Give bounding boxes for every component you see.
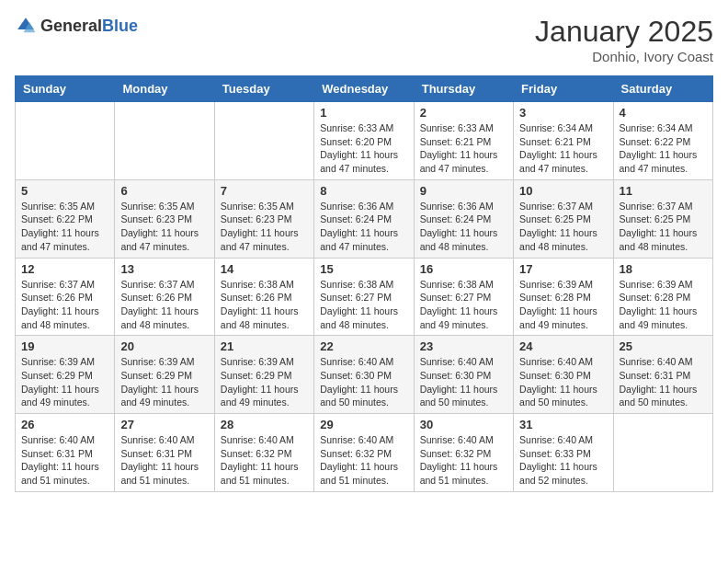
page-header: GeneralBlue January 2025 Donhio, Ivory C… <box>15 15 713 64</box>
day-info: Sunrise: 6:37 AMSunset: 6:25 PMDaylight:… <box>519 200 607 254</box>
day-info: Sunrise: 6:37 AMSunset: 6:26 PMDaylight:… <box>120 278 208 332</box>
weekday-header-cell: Monday <box>115 76 214 102</box>
day-number: 14 <box>221 262 308 276</box>
calendar-day-cell: 5Sunrise: 6:35 AMSunset: 6:22 PMDaylight… <box>16 179 115 258</box>
day-number: 25 <box>620 339 707 353</box>
day-info: Sunrise: 6:38 AMSunset: 6:27 PMDaylight:… <box>420 278 507 332</box>
day-number: 11 <box>620 184 707 198</box>
day-info: Sunrise: 6:40 AMSunset: 6:31 PMDaylight:… <box>120 433 208 488</box>
calendar-day-cell: 8Sunrise: 6:36 AMSunset: 6:24 PMDaylight… <box>314 179 414 258</box>
day-number: 18 <box>620 262 707 276</box>
day-number: 4 <box>620 106 707 120</box>
day-number: 16 <box>420 262 507 276</box>
day-number: 29 <box>320 418 407 431</box>
day-info: Sunrise: 6:36 AMSunset: 6:24 PMDaylight:… <box>320 200 407 254</box>
calendar-day-cell: 9Sunrise: 6:36 AMSunset: 6:24 PMDaylight… <box>414 179 513 258</box>
day-number: 8 <box>320 184 407 198</box>
day-info: Sunrise: 6:39 AMSunset: 6:29 PMDaylight:… <box>120 355 208 409</box>
calendar-day-cell: 7Sunrise: 6:35 AMSunset: 6:23 PMDaylight… <box>214 179 313 258</box>
day-info: Sunrise: 6:35 AMSunset: 6:23 PMDaylight:… <box>120 200 208 254</box>
day-number: 13 <box>120 262 208 276</box>
logo-general: General <box>40 17 102 35</box>
calendar-day-cell: 31Sunrise: 6:40 AMSunset: 6:33 PMDayligh… <box>514 414 613 492</box>
day-number: 12 <box>21 262 108 276</box>
month-title: January 2025 <box>535 15 713 49</box>
day-info: Sunrise: 6:39 AMSunset: 6:28 PMDaylight:… <box>519 278 607 332</box>
day-info: Sunrise: 6:35 AMSunset: 6:23 PMDaylight:… <box>221 200 308 254</box>
weekday-header-cell: Tuesday <box>214 76 313 102</box>
calendar-day-cell: 24Sunrise: 6:40 AMSunset: 6:30 PMDayligh… <box>514 336 613 414</box>
calendar-day-cell: 16Sunrise: 6:38 AMSunset: 6:27 PMDayligh… <box>414 258 513 336</box>
day-number: 19 <box>21 339 108 353</box>
day-info: Sunrise: 6:36 AMSunset: 6:24 PMDaylight:… <box>420 200 507 254</box>
calendar-day-cell: 2Sunrise: 6:33 AMSunset: 6:21 PMDaylight… <box>414 102 513 180</box>
day-info: Sunrise: 6:34 AMSunset: 6:21 PMDaylight:… <box>519 121 607 176</box>
calendar-week-row: 19Sunrise: 6:39 AMSunset: 6:29 PMDayligh… <box>16 336 713 414</box>
calendar-week-row: 26Sunrise: 6:40 AMSunset: 6:31 PMDayligh… <box>16 414 713 492</box>
day-info: Sunrise: 6:37 AMSunset: 6:26 PMDaylight:… <box>21 278 108 332</box>
calendar-day-cell: 27Sunrise: 6:40 AMSunset: 6:31 PMDayligh… <box>115 414 214 492</box>
day-info: Sunrise: 6:40 AMSunset: 6:30 PMDaylight:… <box>519 355 607 409</box>
weekday-header-row: SundayMondayTuesdayWednesdayThursdayFrid… <box>16 76 713 102</box>
calendar-day-cell: 30Sunrise: 6:40 AMSunset: 6:32 PMDayligh… <box>414 414 513 492</box>
day-number: 3 <box>519 106 607 120</box>
calendar-day-cell <box>16 102 115 180</box>
day-info: Sunrise: 6:40 AMSunset: 6:32 PMDaylight:… <box>420 433 507 488</box>
calendar-day-cell: 12Sunrise: 6:37 AMSunset: 6:26 PMDayligh… <box>16 258 115 336</box>
weekday-header-cell: Saturday <box>613 76 712 102</box>
calendar-table: SundayMondayTuesdayWednesdayThursdayFrid… <box>15 75 713 492</box>
logo: GeneralBlue <box>15 15 138 37</box>
logo-blue: Blue <box>102 17 138 35</box>
day-info: Sunrise: 6:33 AMSunset: 6:20 PMDaylight:… <box>320 121 407 176</box>
calendar-day-cell: 19Sunrise: 6:39 AMSunset: 6:29 PMDayligh… <box>16 336 115 414</box>
calendar-day-cell: 20Sunrise: 6:39 AMSunset: 6:29 PMDayligh… <box>115 336 214 414</box>
calendar-week-row: 1Sunrise: 6:33 AMSunset: 6:20 PMDaylight… <box>16 102 713 180</box>
day-number: 30 <box>420 418 507 431</box>
weekday-header-cell: Wednesday <box>314 76 414 102</box>
day-number: 10 <box>519 184 607 198</box>
calendar-day-cell: 21Sunrise: 6:39 AMSunset: 6:29 PMDayligh… <box>214 336 313 414</box>
location-title: Donhio, Ivory Coast <box>535 49 713 64</box>
calendar-day-cell: 25Sunrise: 6:40 AMSunset: 6:31 PMDayligh… <box>613 336 712 414</box>
day-number: 20 <box>120 339 208 353</box>
day-info: Sunrise: 6:39 AMSunset: 6:29 PMDaylight:… <box>21 355 108 409</box>
calendar-day-cell: 4Sunrise: 6:34 AMSunset: 6:22 PMDaylight… <box>613 102 712 180</box>
day-info: Sunrise: 6:40 AMSunset: 6:32 PMDaylight:… <box>320 433 407 488</box>
day-number: 23 <box>420 339 507 353</box>
day-info: Sunrise: 6:38 AMSunset: 6:26 PMDaylight:… <box>221 278 308 332</box>
calendar-day-cell: 13Sunrise: 6:37 AMSunset: 6:26 PMDayligh… <box>115 258 214 336</box>
calendar-day-cell: 22Sunrise: 6:40 AMSunset: 6:30 PMDayligh… <box>314 336 414 414</box>
day-info: Sunrise: 6:40 AMSunset: 6:33 PMDaylight:… <box>519 433 607 488</box>
day-number: 31 <box>519 418 607 431</box>
day-number: 9 <box>420 184 507 198</box>
day-number: 7 <box>221 184 308 198</box>
day-number: 15 <box>320 262 407 276</box>
calendar-day-cell: 10Sunrise: 6:37 AMSunset: 6:25 PMDayligh… <box>514 179 613 258</box>
calendar-day-cell: 15Sunrise: 6:38 AMSunset: 6:27 PMDayligh… <box>314 258 414 336</box>
calendar-day-cell: 26Sunrise: 6:40 AMSunset: 6:31 PMDayligh… <box>16 414 115 492</box>
calendar-day-cell: 11Sunrise: 6:37 AMSunset: 6:25 PMDayligh… <box>613 179 712 258</box>
calendar-day-cell: 29Sunrise: 6:40 AMSunset: 6:32 PMDayligh… <box>314 414 414 492</box>
calendar-day-cell: 6Sunrise: 6:35 AMSunset: 6:23 PMDaylight… <box>115 179 214 258</box>
title-block: January 2025 Donhio, Ivory Coast <box>535 15 713 64</box>
day-info: Sunrise: 6:34 AMSunset: 6:22 PMDaylight:… <box>620 121 707 176</box>
calendar-day-cell: 1Sunrise: 6:33 AMSunset: 6:20 PMDaylight… <box>314 102 414 180</box>
calendar-day-cell: 3Sunrise: 6:34 AMSunset: 6:21 PMDaylight… <box>514 102 613 180</box>
weekday-header-cell: Thursday <box>414 76 513 102</box>
weekday-header-cell: Sunday <box>16 76 115 102</box>
day-number: 2 <box>420 106 507 120</box>
day-info: Sunrise: 6:39 AMSunset: 6:28 PMDaylight:… <box>620 278 707 332</box>
day-info: Sunrise: 6:33 AMSunset: 6:21 PMDaylight:… <box>420 121 507 176</box>
day-number: 5 <box>21 184 108 198</box>
day-number: 21 <box>221 339 308 353</box>
day-number: 1 <box>320 106 407 120</box>
day-info: Sunrise: 6:37 AMSunset: 6:25 PMDaylight:… <box>620 200 707 254</box>
day-info: Sunrise: 6:40 AMSunset: 6:30 PMDaylight:… <box>320 355 407 409</box>
day-info: Sunrise: 6:38 AMSunset: 6:27 PMDaylight:… <box>320 278 407 332</box>
calendar-day-cell <box>214 102 313 180</box>
calendar-day-cell: 18Sunrise: 6:39 AMSunset: 6:28 PMDayligh… <box>613 258 712 336</box>
day-number: 27 <box>120 418 208 431</box>
calendar-day-cell: 17Sunrise: 6:39 AMSunset: 6:28 PMDayligh… <box>514 258 613 336</box>
calendar-week-row: 12Sunrise: 6:37 AMSunset: 6:26 PMDayligh… <box>16 258 713 336</box>
day-number: 17 <box>519 262 607 276</box>
